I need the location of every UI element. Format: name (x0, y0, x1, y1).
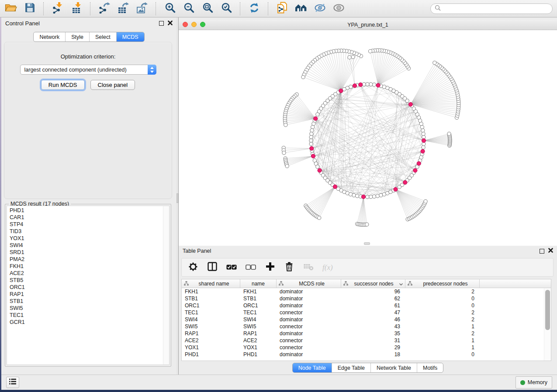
network-node[interactable] (369, 83, 373, 86)
network-node[interactable] (309, 142, 313, 146)
mcds-result-item[interactable]: TID3 (7, 228, 163, 235)
show-column-button[interactable] (207, 262, 218, 273)
float-panel-icon[interactable] (540, 249, 544, 254)
network-node[interactable] (369, 49, 372, 53)
column-header-name[interactable]: name (240, 279, 277, 288)
network-node[interactable] (301, 76, 305, 79)
network-node[interactable] (422, 132, 425, 135)
horizontal-splitter-handle[interactable] (364, 242, 370, 245)
network-node[interactable] (420, 125, 424, 129)
mcds-hub-node[interactable] (359, 83, 363, 86)
scrollbar-thumb[interactable] (545, 290, 550, 330)
mcds-hub-node[interactable] (421, 149, 425, 153)
network-node[interactable] (447, 132, 451, 135)
mcds-result-item[interactable]: STB1 (7, 298, 163, 305)
tab-edge-table[interactable]: Edge Table (332, 363, 370, 372)
network-node[interactable] (424, 199, 427, 203)
network-node[interactable] (316, 165, 319, 168)
tab-select[interactable]: Select (89, 32, 116, 41)
mcds-result-item[interactable]: TEC1 (7, 312, 163, 319)
splitter-handle[interactable] (176, 193, 178, 203)
mcds-result-item[interactable]: ORC1 (7, 284, 163, 291)
memory-button[interactable]: Memory (515, 376, 552, 389)
zoom-fit-button[interactable] (201, 2, 214, 15)
network-node[interactable] (349, 193, 353, 196)
column-header-shared-name[interactable]: shared name (182, 279, 240, 288)
network-node[interactable] (310, 129, 314, 132)
run-mcds-button[interactable]: Run MCDS (41, 80, 85, 90)
network-node[interactable] (318, 216, 321, 220)
open-file-button[interactable] (4, 2, 17, 15)
table-row[interactable]: FKH1FKH1dominator962 (182, 288, 544, 295)
network-node[interactable] (365, 223, 369, 226)
new-network-from-selection-button[interactable] (276, 2, 289, 15)
table-row[interactable]: STB1STB1dominator620 (182, 295, 544, 302)
mcds-hub-node[interactable] (361, 195, 365, 199)
mcds-hub-node[interactable] (408, 103, 412, 107)
export-network-button[interactable] (98, 2, 111, 15)
mcds-hub-node[interactable] (353, 84, 356, 88)
column-header-predecessor-nodes[interactable]: predecessor nodes (405, 279, 480, 288)
network-node[interactable] (366, 83, 369, 86)
mcds-result-item[interactable]: RAP1 (7, 291, 163, 298)
tab-network[interactable]: Network (34, 32, 65, 41)
table-row[interactable]: TEC1TEC1connector472 (182, 309, 544, 316)
table-scrollbar[interactable] (544, 288, 551, 361)
mcds-result-item[interactable]: GCR1 (7, 319, 163, 326)
table-row[interactable]: ACE2ACE2connector311 (182, 337, 544, 344)
show-panels-button[interactable] (6, 377, 19, 388)
tab-motifs[interactable]: Motifs (417, 363, 443, 372)
tab-network-table[interactable]: Network Table (370, 363, 417, 372)
mcds-hub-node[interactable] (394, 187, 398, 191)
mcds-hub-node[interactable] (339, 89, 343, 93)
network-node[interactable] (382, 85, 386, 89)
tab-style[interactable]: Style (65, 32, 89, 41)
unselect-all-columns-button[interactable] (246, 262, 256, 273)
table-row[interactable]: RAP1RAP1dominator352 (182, 330, 544, 337)
mcds-result-item[interactable]: SWI4 (7, 242, 163, 249)
search-field[interactable] (443, 5, 548, 12)
export-image-button[interactable] (135, 2, 149, 15)
network-node[interactable] (348, 55, 351, 59)
network-node[interactable] (419, 155, 423, 159)
float-panel-icon[interactable] (159, 21, 164, 26)
network-node[interactable] (379, 193, 383, 197)
hide-selected-button[interactable] (313, 2, 326, 15)
network-node[interactable] (309, 139, 313, 142)
export-table-button[interactable] (117, 2, 130, 15)
mcds-result-item[interactable]: STP4 (7, 221, 163, 228)
mcds-result-item[interactable]: FKH1 (7, 263, 163, 270)
mcds-result-item[interactable]: STB5 (7, 277, 163, 284)
mcds-result-scrollbar[interactable] (163, 206, 169, 364)
network-node[interactable] (285, 164, 289, 168)
network-node[interactable] (352, 193, 356, 197)
zoom-out-button[interactable] (182, 2, 195, 15)
network-node[interactable] (433, 61, 436, 65)
create-column-button[interactable] (265, 262, 275, 273)
select-all-columns-button[interactable] (226, 262, 237, 273)
table-row[interactable]: YOX1YOX1connector291 (182, 344, 544, 351)
mcds-hub-node[interactable] (422, 138, 426, 142)
mcds-hub-node[interactable] (417, 162, 421, 165)
mcds-hub-node[interactable] (413, 168, 417, 172)
mcds-result-item[interactable]: YOX1 (7, 235, 163, 242)
network-canvas[interactable] (179, 30, 557, 246)
mcds-result-item[interactable]: PMA2 (7, 256, 163, 263)
tab-mcds[interactable]: MCDS (116, 32, 144, 41)
table-row[interactable]: PHD1PHD1dominator180 (182, 351, 544, 358)
show-all-button[interactable] (332, 2, 345, 15)
table-row[interactable]: ORC1ORC1dominator610 (182, 302, 544, 309)
mcds-result-item[interactable]: SRD1 (7, 249, 163, 256)
network-node[interactable] (369, 195, 373, 199)
mcds-hub-node[interactable] (333, 185, 337, 189)
maximize-window-icon[interactable] (200, 22, 205, 27)
table-settings-button[interactable] (188, 262, 198, 273)
import-table-button[interactable] (70, 2, 83, 15)
import-network-button[interactable] (51, 2, 64, 15)
close-panel-button[interactable]: Close panel (90, 80, 135, 90)
mcds-hub-node[interactable] (314, 117, 318, 120)
zoom-in-button[interactable] (163, 2, 176, 15)
network-node[interactable] (310, 132, 313, 135)
network-node[interactable] (351, 55, 355, 58)
network-node[interactable] (312, 122, 315, 126)
